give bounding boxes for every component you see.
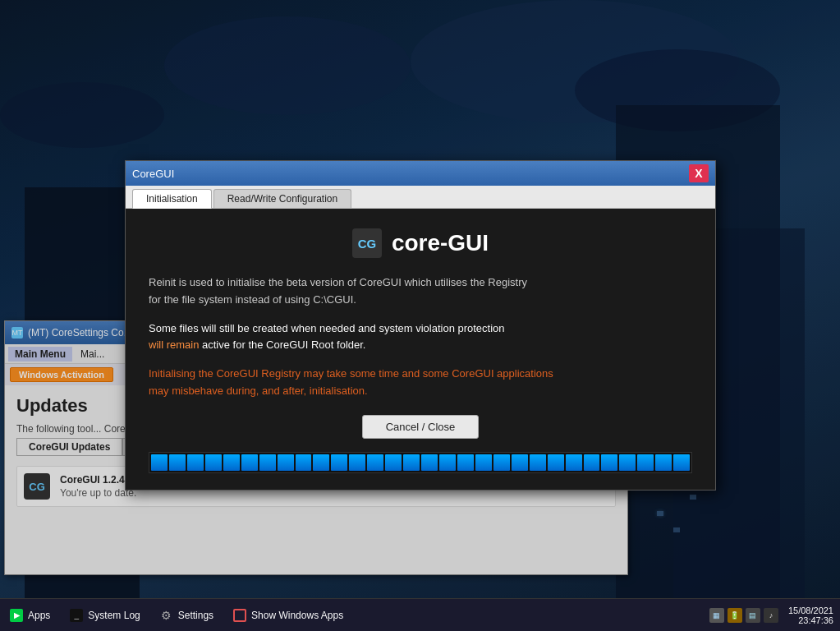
progress-segment [475, 454, 492, 471]
taskbar-right: ▦ 🔋 ▤ ♪ 15/08/2021 23:47:36 [709, 599, 840, 631]
taskbar: ▶ Apps _ System Log ⚙ Settings Show Wind… [0, 598, 840, 631]
taskbar-sys-icon-network: ▤ [746, 608, 760, 623]
terminal-icon: _ [70, 609, 83, 622]
settings-label: Settings [178, 610, 213, 621]
progress-segment [403, 454, 420, 471]
progress-segment [566, 454, 582, 471]
cancel-close-button[interactable]: Cancel / Close [362, 415, 480, 439]
progress-segment [223, 454, 240, 471]
dialog-title: CoreGUI [132, 168, 689, 180]
gear-icon: ⚙ [160, 609, 173, 622]
taskbar-date: 15/08/2021 [788, 606, 833, 615]
dialog-progress-bar [149, 452, 692, 473]
progress-segment [151, 454, 168, 471]
apps-label: Apps [28, 610, 50, 621]
dialog-content: CG core-GUI Reinit is used to initialise… [126, 209, 715, 490]
progress-segment [367, 454, 383, 471]
progress-segment [548, 454, 564, 471]
dialog-logo-row: CG core-GUI [149, 228, 692, 258]
progress-segment [187, 454, 204, 471]
progress-segment [637, 454, 654, 471]
progress-segment [421, 454, 438, 471]
progress-segment [655, 454, 672, 471]
progress-segment [512, 454, 528, 471]
taskbar-sys-icon-sound: ♪ [764, 608, 778, 623]
progress-segment [296, 454, 312, 471]
settings-button[interactable]: ⚙ Settings [150, 599, 223, 631]
progress-segment [584, 454, 600, 471]
progress-segment [278, 454, 294, 471]
progress-segment [619, 454, 636, 471]
show-windows-apps-button[interactable]: Show Windows Apps [223, 599, 353, 631]
dialog-buttons: Cancel / Close [149, 415, 692, 439]
dialog-close-button[interactable]: X [689, 164, 709, 182]
coregui-logo-icon: CG [352, 228, 382, 258]
progress-segment [457, 454, 474, 471]
apps-button[interactable]: ▶ Apps [0, 599, 60, 631]
progress-segment [493, 454, 510, 471]
progress-segment [385, 454, 402, 471]
tab-readwrite-config[interactable]: Read/Write Configuration [213, 189, 352, 208]
apps-icon: ▶ [10, 609, 23, 622]
taskbar-clock: 15/08/2021 23:47:36 [782, 606, 833, 625]
show-windows-apps-label: Show Windows Apps [251, 610, 343, 621]
system-log-button[interactable]: _ System Log [60, 599, 149, 631]
tab-initialisation[interactable]: Initialisation [132, 189, 212, 209]
progress-segment [349, 454, 365, 471]
dialog-warning: Some files will still be created when ne… [149, 320, 692, 355]
taskbar-sys-icon-battery: 🔋 [728, 608, 742, 623]
taskbar-time: 23:47:36 [788, 615, 833, 625]
progress-segment [241, 454, 258, 471]
windows-apps-icon [233, 609, 246, 622]
taskbar-sys-icon-monitor: ▦ [709, 608, 724, 623]
progress-segment [530, 454, 546, 471]
progress-segment [205, 454, 222, 471]
coregui-dialog: CoreGUI X Initialisation Read/Write Conf… [125, 160, 716, 491]
progress-segment [439, 454, 456, 471]
dialog-description: Reinit is used to initialise the beta ve… [149, 274, 692, 309]
progress-segment [331, 454, 347, 471]
progress-segment [259, 454, 276, 471]
progress-segment [673, 454, 690, 471]
coregui-logo-text: core-GUI [392, 230, 489, 256]
system-log-label: System Log [88, 610, 140, 621]
progress-segment [601, 454, 617, 471]
progress-segment [313, 454, 329, 471]
dialog-caution: Initialising the CoreGUI Registry may ta… [149, 366, 692, 400]
dialog-titlebar: CoreGUI X [126, 161, 715, 186]
desktop: MT (MT) CoreSettings Co... Main Menu Mai… [0, 0, 840, 631]
progress-segment [169, 454, 186, 471]
dialog-tabs: Initialisation Read/Write Configuration [126, 186, 715, 209]
